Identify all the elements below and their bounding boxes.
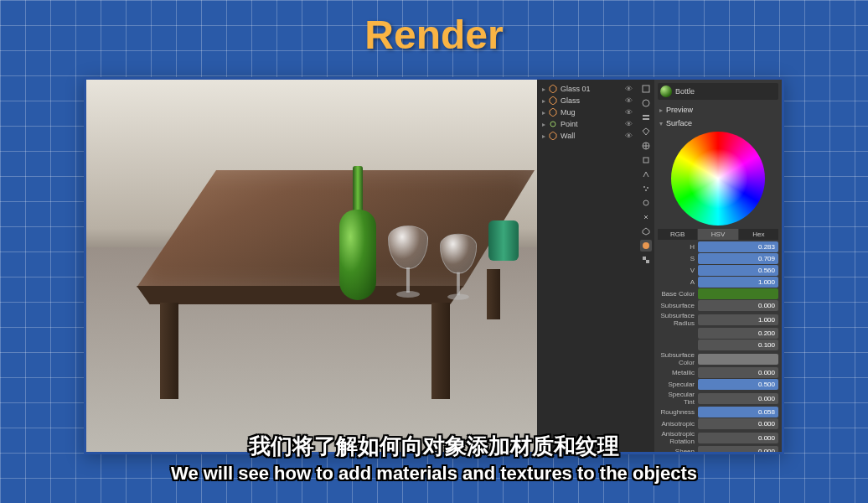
- slider-v[interactable]: V0.560: [658, 265, 778, 276]
- outliner-item-label: Glass: [561, 96, 580, 105]
- scene-mug: [488, 220, 519, 261]
- tab-rgb[interactable]: RGB: [658, 229, 697, 240]
- app-window: ▸ Glass 01 👁 ▸ Glass 👁 ▸ Mug 👁 ▸ Point 👁…: [84, 77, 784, 454]
- tab-data[interactable]: [640, 226, 652, 237]
- svg-point-9: [645, 189, 647, 191]
- tab-hsv[interactable]: HSV: [698, 229, 737, 240]
- material-properties: Bottle ▸Preview ▾Surface RGB HSV Hex H0.…: [654, 80, 782, 452]
- tab-world[interactable]: [640, 140, 652, 152]
- outliner-item[interactable]: ▸ Wall 👁: [539, 130, 636, 142]
- outliner-item[interactable]: ▸ Point 👁: [539, 118, 636, 130]
- section-surface[interactable]: ▾Surface: [658, 117, 778, 130]
- tab-modifier[interactable]: [640, 169, 652, 180]
- visibility-icon[interactable]: 👁: [625, 132, 633, 140]
- properties-panel: Bottle ▸Preview ▾Surface RGB HSV Hex H0.…: [638, 80, 782, 452]
- color-swatch[interactable]: [698, 354, 778, 365]
- param-value[interactable]: 0.100: [698, 340, 778, 350]
- svg-point-10: [643, 200, 648, 205]
- visibility-icon[interactable]: 👁: [625, 108, 633, 117]
- param-value[interactable]: 0.000: [698, 300, 778, 311]
- expand-icon[interactable]: ▸: [542, 86, 545, 93]
- param-label: Specular: [658, 381, 698, 388]
- scene-wineglass: [388, 226, 428, 303]
- param-label: Anisotropic: [658, 420, 698, 428]
- material-param[interactable]: 0.100: [658, 340, 778, 350]
- outliner-panel[interactable]: ▸ Glass 01 👁 ▸ Glass 👁 ▸ Mug 👁 ▸ Point 👁…: [537, 80, 638, 452]
- param-value[interactable]: 0.000: [698, 367, 778, 378]
- tab-viewlayer[interactable]: [640, 111, 652, 123]
- outliner-item-label: Point: [561, 120, 578, 128]
- tab-output[interactable]: [640, 97, 652, 109]
- material-param[interactable]: Specular0.500: [658, 379, 778, 390]
- material-name[interactable]: Bottle: [675, 87, 695, 96]
- tab-material[interactable]: [640, 240, 652, 252]
- param-label: Subsurface Radius: [658, 312, 698, 327]
- material-param[interactable]: Metallic0.000: [658, 367, 778, 378]
- material-param[interactable]: Subsurface0.000: [658, 300, 778, 311]
- svg-point-0: [550, 122, 555, 127]
- tab-hex[interactable]: Hex: [739, 229, 778, 240]
- page-title: Render: [0, 0, 868, 58]
- param-value[interactable]: 0.000: [698, 393, 778, 404]
- color-swatch[interactable]: [698, 288, 778, 299]
- mesh-icon: [549, 96, 557, 105]
- outliner-item-label: Mug: [561, 108, 576, 117]
- param-value[interactable]: 0.000: [698, 418, 778, 429]
- tab-particle[interactable]: [640, 183, 652, 194]
- param-value[interactable]: 0.200: [698, 328, 778, 339]
- light-icon: [549, 120, 557, 128]
- scene-wineglass: [440, 234, 477, 305]
- outliner-item[interactable]: ▸ Mug 👁: [539, 106, 636, 118]
- tab-render[interactable]: [640, 83, 652, 95]
- tab-physics[interactable]: [640, 197, 652, 209]
- material-param[interactable]: Anisotropic0.000: [658, 418, 778, 429]
- param-value[interactable]: 0.500: [698, 379, 778, 390]
- outliner-item[interactable]: ▸ Glass 01 👁: [539, 83, 636, 95]
- tab-texture[interactable]: [640, 254, 652, 266]
- outliner-item-label: Wall: [561, 132, 575, 140]
- material-param[interactable]: Subsurface Color: [658, 351, 778, 366]
- svg-rect-4: [643, 118, 649, 120]
- slider-a[interactable]: A1.000: [658, 277, 778, 288]
- material-param[interactable]: Base Color: [658, 288, 778, 299]
- material-param[interactable]: Roughness0.058: [658, 407, 778, 417]
- visibility-icon[interactable]: 👁: [625, 96, 633, 105]
- mesh-icon: [549, 132, 557, 140]
- section-preview[interactable]: ▸Preview: [658, 103, 778, 117]
- tab-object[interactable]: [640, 154, 652, 166]
- viewport-3d[interactable]: [86, 80, 537, 452]
- svg-point-2: [643, 100, 649, 106]
- properties-tabs: [638, 80, 654, 452]
- material-slot[interactable]: Bottle: [658, 83, 778, 100]
- param-value[interactable]: 1.000: [698, 314, 778, 325]
- slider-s[interactable]: S0.709: [658, 253, 778, 264]
- expand-icon[interactable]: ▸: [542, 121, 545, 128]
- svg-rect-3: [643, 115, 649, 117]
- slider-h[interactable]: H0.283: [658, 241, 778, 252]
- material-preview-icon: [660, 86, 672, 97]
- param-label: Specular Tint: [658, 391, 698, 406]
- subtitle-cn: 我们将了解如何向对象添加材质和纹理: [0, 432, 868, 461]
- color-wheel[interactable]: [671, 132, 765, 226]
- outliner-item-label: Glass 01: [561, 85, 591, 93]
- svg-rect-13: [646, 260, 649, 263]
- material-param[interactable]: Subsurface Radius1.000: [658, 312, 778, 327]
- svg-point-8: [647, 187, 648, 189]
- tab-constraint[interactable]: [640, 211, 652, 223]
- visibility-icon[interactable]: 👁: [625, 120, 633, 128]
- param-value[interactable]: 0.058: [698, 407, 778, 417]
- tab-scene[interactable]: [640, 126, 652, 137]
- expand-icon[interactable]: ▸: [542, 132, 545, 140]
- svg-point-11: [643, 242, 649, 249]
- expand-icon[interactable]: ▸: [542, 109, 545, 117]
- material-param[interactable]: Specular Tint0.000: [658, 391, 778, 406]
- scene-bottle[interactable]: [338, 166, 378, 300]
- expand-icon[interactable]: ▸: [542, 97, 545, 105]
- param-label: Roughness: [658, 408, 698, 416]
- param-label: Subsurface: [658, 302, 698, 309]
- svg-rect-12: [643, 257, 646, 260]
- visibility-icon[interactable]: 👁: [625, 85, 633, 93]
- outliner-item[interactable]: ▸ Glass 👁: [539, 95, 636, 106]
- material-param[interactable]: 0.200: [658, 328, 778, 339]
- param-label: Subsurface Color: [658, 351, 698, 366]
